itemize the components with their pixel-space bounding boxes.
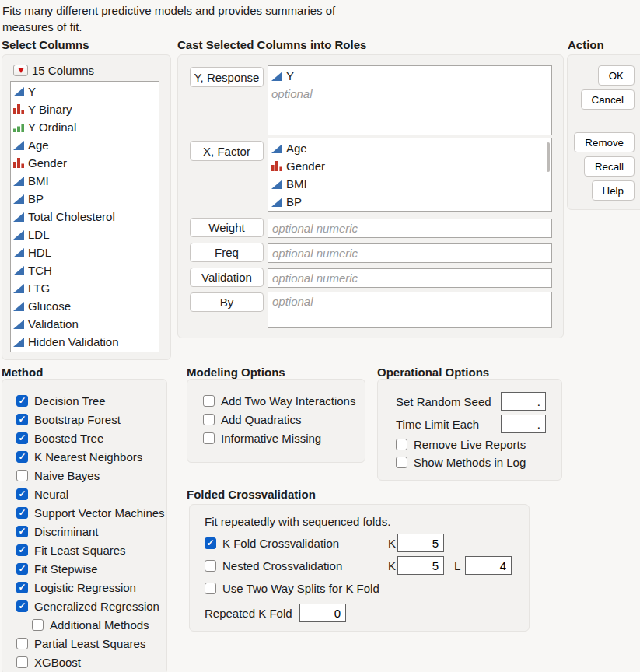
checkbox[interactable] xyxy=(203,414,215,425)
column-item[interactable]: Gender xyxy=(11,154,159,172)
checkbox[interactable] xyxy=(16,600,28,612)
column-item[interactable]: Total Cholesterol xyxy=(11,208,159,226)
checkbox[interactable] xyxy=(205,560,216,572)
cancel-button[interactable]: Cancel xyxy=(581,89,635,110)
nested-l-input[interactable] xyxy=(465,556,512,575)
checkbox[interactable] xyxy=(205,583,216,594)
time-limit-each-input[interactable] xyxy=(501,415,546,433)
column-item[interactable]: Validation xyxy=(11,315,159,333)
y-response-role-button[interactable]: Y, Response xyxy=(190,67,264,87)
select-columns-panel: 15 Columns Y Y Binary Y Ordinal Age Gend… xyxy=(2,54,171,360)
column-item[interactable]: LDL xyxy=(11,226,159,243)
by-role-button[interactable]: By xyxy=(190,292,264,312)
column-item[interactable]: TCH xyxy=(11,261,159,279)
weight-role-button[interactable]: Weight xyxy=(190,218,264,237)
checkbox[interactable] xyxy=(396,439,407,450)
role-item[interactable]: BMI xyxy=(271,175,551,193)
method-item[interactable]: Fit Least Squares xyxy=(16,541,166,559)
continuous-icon xyxy=(271,144,282,153)
checkbox[interactable] xyxy=(16,507,28,519)
remove-button[interactable]: Remove xyxy=(574,132,635,152)
checkbox[interactable] xyxy=(16,470,28,481)
x-factor-role-button[interactable]: X, Factor xyxy=(190,141,264,161)
red-triangle-menu-button[interactable] xyxy=(13,65,28,76)
method-item[interactable]: Boosted Tree xyxy=(16,429,166,447)
column-item[interactable]: Y xyxy=(11,82,159,100)
checkbox[interactable] xyxy=(16,544,28,556)
set-random-seed-input[interactable] xyxy=(501,392,546,411)
method-item[interactable]: Logistic Regression xyxy=(16,578,166,597)
checkbox[interactable] xyxy=(16,414,28,425)
nested-option[interactable]: Nested Crossvalidation xyxy=(205,556,342,575)
checkbox[interactable] xyxy=(16,488,28,500)
modeling-option[interactable]: Informative Missing xyxy=(203,429,365,447)
method-item[interactable]: Generalized Regression xyxy=(16,597,166,615)
operational-option[interactable]: Show Methods in Log xyxy=(396,453,526,471)
x-factor-dropzone[interactable]: Age Gender BMI BP xyxy=(268,138,552,212)
role-item[interactable]: Age xyxy=(271,139,551,157)
checkbox[interactable] xyxy=(32,619,44,631)
kfold-k-input[interactable] xyxy=(397,534,444,552)
method-item[interactable]: Neural xyxy=(16,485,166,503)
recall-button[interactable]: Recall xyxy=(584,156,635,177)
column-item[interactable]: Glucose xyxy=(11,297,159,315)
column-item[interactable]: LTG xyxy=(11,279,159,297)
checkbox[interactable] xyxy=(205,537,216,549)
operational-option[interactable]: Remove Live Reports xyxy=(396,435,526,453)
y-response-dropzone[interactable]: Y optional xyxy=(268,65,552,135)
modeling-option[interactable]: Add Two Way Interactions xyxy=(203,391,365,410)
column-label: HDL xyxy=(28,246,51,259)
method-item[interactable]: Support Vector Machines xyxy=(16,503,166,522)
checkbox[interactable] xyxy=(203,432,215,444)
method-item[interactable]: Partial Least Squares xyxy=(16,634,166,653)
ok-button[interactable]: OK xyxy=(598,65,635,86)
modeling-option[interactable]: Add Quadratics xyxy=(203,410,365,429)
column-item[interactable]: BMI xyxy=(11,172,159,190)
checkbox[interactable] xyxy=(16,656,28,668)
method-item[interactable]: XGBoost xyxy=(16,653,166,671)
checkbox[interactable] xyxy=(16,582,28,593)
weight-dropzone[interactable]: optional numeric xyxy=(268,219,552,238)
method-item[interactable]: Fit Stepwise xyxy=(16,559,166,578)
role-item[interactable]: Y xyxy=(271,67,551,85)
checkbox[interactable] xyxy=(203,395,215,407)
continuous-icon xyxy=(13,320,24,329)
column-item[interactable]: BP xyxy=(11,190,159,208)
column-item[interactable]: Y Binary xyxy=(11,100,159,118)
kfold-option[interactable]: K Fold Crossvalidation xyxy=(205,534,339,552)
validation-role-button[interactable]: Validation xyxy=(190,268,264,287)
two-way-splits-option[interactable]: Use Two Way Splits for K Fold xyxy=(205,579,379,597)
column-label: Y xyxy=(28,85,36,98)
method-item[interactable]: K Nearest Neighbors xyxy=(16,447,166,466)
column-item[interactable]: Hidden Validation xyxy=(11,333,159,351)
role-item[interactable]: BP xyxy=(271,193,551,211)
column-item[interactable]: Age xyxy=(11,136,159,154)
scrollbar-thumb[interactable] xyxy=(547,142,550,172)
method-item[interactable]: Additional Methods xyxy=(16,615,166,634)
checkbox[interactable] xyxy=(16,638,28,649)
continuous-icon xyxy=(13,266,24,275)
checkbox[interactable] xyxy=(16,526,28,537)
method-item[interactable]: Naive Bayes xyxy=(16,466,166,485)
validation-dropzone[interactable]: optional numeric xyxy=(268,268,552,288)
column-item[interactable]: Y Ordinal xyxy=(11,118,159,136)
role-item[interactable]: Gender xyxy=(271,157,551,175)
column-label: LTG xyxy=(28,282,50,295)
column-item[interactable]: HDL xyxy=(11,243,159,261)
checkbox[interactable] xyxy=(396,457,407,468)
checkbox[interactable] xyxy=(16,451,28,463)
by-dropzone[interactable]: optional xyxy=(268,292,552,328)
method-item[interactable]: Bootstrap Forest xyxy=(16,410,166,429)
columns-listbox[interactable]: Y Y Binary Y Ordinal Age Gender BMI BP T… xyxy=(10,81,159,352)
nominal-icon xyxy=(271,161,282,171)
nested-k-input[interactable] xyxy=(397,556,444,575)
help-button[interactable]: Help xyxy=(592,180,635,201)
repeated-k-fold-input[interactable] xyxy=(299,604,346,622)
freq-dropzone[interactable]: optional numeric xyxy=(268,243,552,263)
checkbox[interactable] xyxy=(16,395,28,407)
method-item[interactable]: Decision Tree xyxy=(16,391,166,410)
checkbox[interactable] xyxy=(16,563,28,575)
method-item[interactable]: Discriminant xyxy=(16,522,166,541)
checkbox[interactable] xyxy=(16,432,28,444)
freq-role-button[interactable]: Freq xyxy=(190,243,264,262)
